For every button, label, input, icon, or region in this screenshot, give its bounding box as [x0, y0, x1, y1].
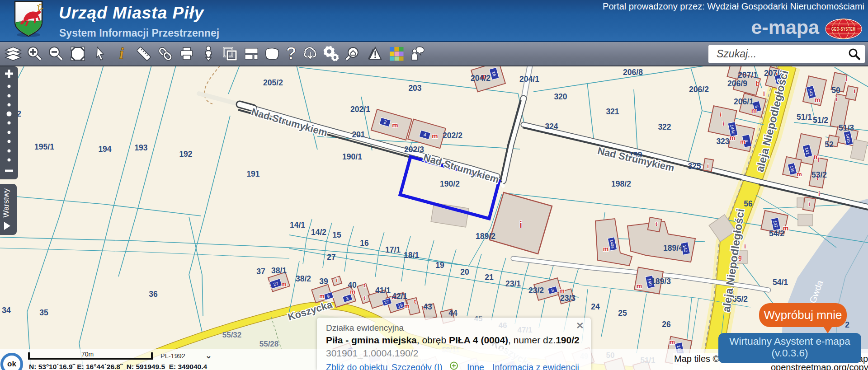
- svg-text:25: 25: [618, 309, 627, 318]
- svg-text:189/2: 189/2: [476, 232, 495, 241]
- svg-text:20: 20: [460, 267, 469, 276]
- svg-text:GEO-SYSTEM: GEO-SYSTEM: [831, 26, 856, 32]
- svg-text:202/3: 202/3: [404, 145, 424, 154]
- svg-text:m: m: [432, 132, 438, 140]
- svg-text:206/1: 206/1: [734, 97, 754, 106]
- svg-text:198/2: 198/2: [611, 179, 631, 188]
- svg-text:195/1: 195/1: [34, 142, 54, 151]
- svg-text:24: 24: [591, 302, 600, 311]
- svg-text:38/2: 38/2: [296, 274, 311, 283]
- svg-text:35: 35: [39, 308, 48, 317]
- svg-text:44: 44: [448, 309, 458, 318]
- svg-text:t: t: [363, 295, 366, 301]
- svg-text:23/1: 23/1: [505, 279, 521, 288]
- svg-text:38/1: 38/1: [271, 266, 287, 275]
- svg-text:i: i: [845, 76, 847, 83]
- svg-text:23/3: 23/3: [560, 294, 576, 303]
- svg-text:m: m: [603, 245, 609, 253]
- svg-text:i: i: [818, 190, 820, 197]
- svg-text:14/2: 14/2: [311, 228, 326, 237]
- svg-text:21: 21: [485, 273, 494, 282]
- svg-text:i: i: [722, 120, 724, 127]
- svg-text:m: m: [637, 282, 642, 290]
- svg-text:i: i: [519, 220, 522, 229]
- svg-text:194: 194: [98, 145, 111, 154]
- svg-text:40: 40: [348, 281, 357, 290]
- svg-text:15: 15: [332, 230, 341, 239]
- svg-text:i: i: [707, 163, 709, 169]
- svg-text:37: 37: [256, 267, 265, 276]
- svg-text:m: m: [730, 134, 735, 141]
- svg-text:205/2: 205/2: [263, 78, 283, 87]
- svg-text:320: 320: [554, 92, 567, 101]
- svg-text:41/1: 41/1: [375, 286, 391, 295]
- svg-text:27: 27: [327, 253, 335, 262]
- svg-text:324: 324: [545, 122, 558, 131]
- svg-text:m: m: [751, 107, 757, 114]
- svg-text:325: 325: [688, 162, 701, 171]
- svg-text:23/2: 23/2: [528, 286, 544, 295]
- svg-text:42/1: 42/1: [392, 292, 407, 301]
- svg-text:?: ?: [286, 44, 296, 63]
- svg-text:206/2: 206/2: [689, 85, 709, 94]
- svg-text:18/1: 18/1: [404, 251, 419, 260]
- svg-text:i: i: [744, 243, 746, 250]
- svg-text:19: 19: [435, 261, 444, 270]
- svg-text:206/8: 206/8: [623, 68, 643, 77]
- svg-text:17/1: 17/1: [385, 245, 401, 254]
- svg-text:i: i: [119, 44, 124, 62]
- svg-text:m: m: [797, 171, 802, 178]
- svg-text:m: m: [559, 287, 565, 294]
- svg-text:m: m: [392, 121, 398, 129]
- svg-text:189/4: 189/4: [663, 244, 683, 253]
- svg-text:50: 50: [831, 86, 840, 95]
- svg-text:14/1: 14/1: [290, 220, 305, 229]
- svg-text:206/9: 206/9: [727, 79, 747, 88]
- svg-text:207/1: 207/1: [738, 70, 758, 80]
- svg-text:m: m: [404, 303, 410, 309]
- svg-text:201: 201: [352, 130, 365, 139]
- svg-text:323: 323: [716, 137, 729, 146]
- svg-text:189/3: 189/3: [651, 277, 671, 286]
- svg-text:26: 26: [662, 320, 671, 329]
- svg-text:m: m: [670, 338, 675, 346]
- svg-text:53/2: 53/2: [811, 170, 827, 179]
- svg-text:m: m: [815, 96, 820, 103]
- svg-text:202/2: 202/2: [443, 131, 462, 140]
- svg-text:m: m: [319, 293, 325, 300]
- svg-text:2: 2: [845, 320, 849, 329]
- svg-text:t: t: [363, 282, 366, 289]
- svg-text:36: 36: [149, 290, 158, 299]
- svg-text:i: i: [763, 90, 765, 97]
- svg-text:34: 34: [2, 306, 11, 315]
- svg-text:43: 43: [423, 302, 432, 311]
- svg-text:193: 193: [134, 143, 147, 152]
- svg-text:m: m: [281, 281, 287, 288]
- svg-text:39: 39: [319, 277, 328, 286]
- svg-text:321: 321: [606, 107, 619, 116]
- svg-text:55/2: 55/2: [732, 295, 748, 304]
- svg-text:55/32: 55/32: [222, 331, 242, 339]
- svg-text:i: i: [808, 201, 810, 207]
- svg-text:192: 192: [179, 150, 192, 159]
- svg-text:51/3: 51/3: [839, 123, 854, 132]
- svg-text:54/1: 54/1: [773, 278, 788, 287]
- svg-text:203: 203: [408, 84, 421, 93]
- svg-text:m: m: [740, 138, 745, 145]
- svg-text:54/2: 54/2: [769, 229, 784, 238]
- svg-text:55/28: 55/28: [259, 340, 279, 348]
- svg-text:16: 16: [360, 239, 369, 248]
- svg-text:202/1: 202/1: [350, 105, 370, 114]
- svg-text:t: t: [656, 220, 658, 227]
- svg-text:i: i: [854, 88, 855, 94]
- svg-text:t: t: [414, 298, 416, 305]
- svg-text:b: b: [756, 80, 760, 87]
- svg-text:191: 191: [246, 169, 259, 178]
- svg-text:322: 322: [658, 122, 671, 131]
- svg-text:i: i: [835, 95, 837, 103]
- svg-text:204/1: 204/1: [519, 75, 539, 84]
- svg-text:i: i: [336, 276, 338, 283]
- svg-text:51/1: 51/1: [797, 112, 812, 122]
- svg-text:190/2: 190/2: [440, 179, 460, 188]
- svg-text:i: i: [720, 111, 722, 118]
